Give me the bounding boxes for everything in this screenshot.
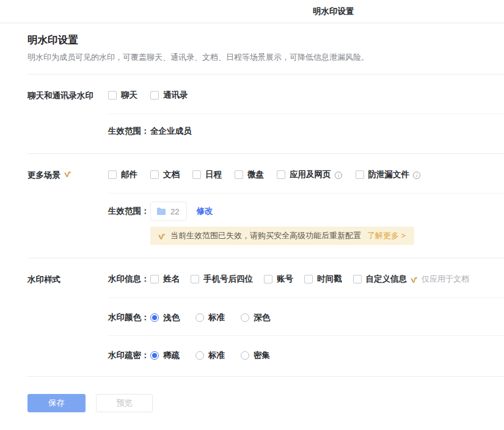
scope-expired-warning-banner: 当前生效范围已失效，请购买安全高级功能后重新配置 了解更多 >	[150, 227, 414, 245]
checkbox-mail[interactable]: 邮件	[108, 169, 137, 180]
checkbox-drive[interactable]: 微盘	[235, 169, 264, 180]
watermark-info-label: 水印信息：	[108, 274, 150, 285]
checkbox-chat[interactable]: 聊天	[108, 90, 137, 101]
checkbox-label: 账号	[277, 274, 293, 285]
scope-value: 全企业成员	[150, 126, 192, 137]
radio-density-dense[interactable]: 密集	[241, 350, 270, 361]
section-chat-contacts: 聊天和通讯录水印 聊天 通讯录 生效范围： 全企业成员	[0, 75, 504, 153]
page-description: 明水印为成员可见的水印，可覆盖聊天、通讯录、文档、日程等场景展示，可降低信息泄漏…	[27, 52, 477, 63]
checkbox-label: 微盘	[247, 169, 264, 180]
svg-text:i: i	[338, 172, 340, 178]
checkbox-label: 文档	[163, 169, 180, 180]
save-button[interactable]: 保存	[27, 394, 86, 412]
watermark-color-row: 水印颜色： 浅色 标准 深色	[108, 298, 504, 335]
checkbox-label: 应用及网页	[290, 169, 331, 180]
watermark-info-row: 水印信息： 姓名 手机号后四位 账号 时间戳	[108, 258, 504, 297]
folder-icon	[156, 207, 166, 216]
page-title: 明水印设置	[27, 33, 477, 47]
checkbox-label: 手机号后四位	[203, 274, 253, 285]
chat-watermark-options: 聊天 通讯录	[108, 90, 188, 101]
radio-label: 稀疏	[163, 350, 180, 361]
checkbox-icon[interactable]	[150, 91, 159, 100]
checkbox-icon[interactable]	[192, 170, 201, 179]
scope-value-block: 22 修改 当前生效范围已失效，请购买安全高级功能后重新配置 了解更多 >	[150, 202, 414, 245]
chat-scope-row: 生效范围： 全企业成员	[108, 114, 504, 153]
info-icon[interactable]: i	[412, 171, 421, 180]
radio-label: 标准	[208, 312, 225, 323]
radio-color-dark[interactable]: 深色	[241, 312, 270, 323]
watermark-density-label: 水印疏密：	[108, 350, 150, 361]
svg-text:i: i	[416, 172, 418, 178]
scope-department-chip[interactable]: 22	[150, 202, 187, 221]
radio-label: 深色	[254, 312, 270, 323]
radio-icon[interactable]	[150, 313, 159, 322]
page-head: 明水印设置 明水印为成员可见的水印，可覆盖聊天、通讯录、文档、日程等场景展示，可…	[0, 23, 504, 74]
docs-only-note: 仅应用于文档	[422, 274, 469, 285]
scope-count: 22	[170, 207, 179, 216]
checkbox-name[interactable]: 姓名	[150, 274, 180, 285]
radio-label: 浅色	[163, 312, 180, 323]
checkbox-icon[interactable]	[277, 170, 285, 179]
scope-label: 生效范围：	[108, 202, 150, 245]
checkbox-icon[interactable]	[304, 275, 313, 283]
section-label-watermark-style: 水印样式	[27, 258, 108, 376]
section-more-scenes: 更多场景 邮件 文档 日程	[0, 154, 504, 258]
checkbox-label: 自定义信息	[366, 274, 407, 285]
radio-density-standard[interactable]: 标准	[195, 350, 225, 361]
premium-v-icon	[158, 233, 166, 241]
top-header: 明水印设置	[0, 0, 504, 23]
radio-label: 密集	[254, 350, 270, 361]
more-scope-row: 生效范围： 22 修改	[108, 194, 504, 258]
checkbox-label: 通讯录	[163, 90, 188, 101]
checkbox-icon[interactable]	[108, 170, 117, 179]
checkbox-apps-web[interactable]: 应用及网页 i	[277, 169, 343, 180]
radio-color-standard[interactable]: 标准	[195, 312, 225, 323]
premium-v-icon	[64, 170, 71, 178]
info-icon[interactable]: i	[334, 171, 343, 180]
checkbox-custom-info[interactable]: 自定义信息	[353, 274, 418, 285]
checkbox-icon[interactable]	[264, 275, 272, 283]
radio-icon[interactable]	[150, 351, 159, 360]
premium-v-icon	[410, 276, 418, 284]
checkbox-icon[interactable]	[108, 91, 117, 100]
radio-icon[interactable]	[241, 351, 249, 360]
warning-text: 当前生效范围已失效，请购买安全高级功能后重新配置	[170, 230, 361, 241]
watermark-color-label: 水印颜色：	[108, 312, 150, 323]
radio-label: 标准	[208, 350, 225, 361]
checkbox-phone-last4[interactable]: 手机号后四位	[191, 274, 253, 285]
checkbox-label: 邮件	[121, 169, 137, 180]
checkbox-contacts[interactable]: 通讯录	[150, 90, 188, 101]
breadcrumb-title: 明水印设置	[313, 6, 354, 17]
checkbox-icon[interactable]	[150, 170, 159, 179]
checkbox-docs[interactable]: 文档	[150, 169, 180, 180]
checkbox-icon[interactable]	[353, 275, 362, 283]
radio-color-light[interactable]: 浅色	[150, 312, 180, 323]
checkbox-icon[interactable]	[191, 275, 199, 283]
section-label-more-scenes: 更多场景	[27, 170, 60, 181]
modify-scope-link[interactable]: 修改	[196, 206, 213, 217]
checkbox-icon[interactable]	[356, 170, 364, 179]
radio-icon[interactable]	[241, 313, 249, 322]
radio-density-sparse[interactable]: 稀疏	[150, 350, 180, 361]
radio-icon[interactable]	[195, 313, 204, 322]
more-scenes-options: 邮件 文档 日程 微盘 应用及网页 i	[108, 169, 421, 180]
checkbox-leak-proof-files[interactable]: 防泄漏文件 i	[356, 169, 422, 180]
scope-label: 生效范围：	[108, 126, 150, 137]
checkbox-calendar[interactable]: 日程	[192, 169, 222, 180]
checkbox-icon[interactable]	[235, 170, 243, 179]
radio-icon[interactable]	[195, 351, 204, 360]
checkbox-label: 时间戳	[317, 274, 342, 285]
checkbox-label: 聊天	[121, 90, 137, 101]
checkbox-label: 日程	[205, 169, 222, 180]
learn-more-link[interactable]: 了解更多 >	[367, 230, 406, 241]
footer-actions: 保存 预览	[0, 377, 504, 412]
watermark-density-row: 水印疏密： 稀疏 标准 密集	[108, 336, 504, 376]
preview-button[interactable]: 预览	[96, 394, 153, 412]
checkbox-label: 防泄漏文件	[368, 169, 410, 180]
checkbox-timestamp[interactable]: 时间戳	[304, 274, 342, 285]
checkbox-label: 姓名	[163, 274, 180, 285]
checkbox-account[interactable]: 账号	[264, 274, 293, 285]
section-label-chat-contacts: 聊天和通讯录水印	[27, 75, 108, 153]
section-watermark-style: 水印样式 水印信息： 姓名 手机号后四位 账号 时间戳	[0, 258, 504, 376]
checkbox-icon[interactable]	[150, 275, 159, 283]
